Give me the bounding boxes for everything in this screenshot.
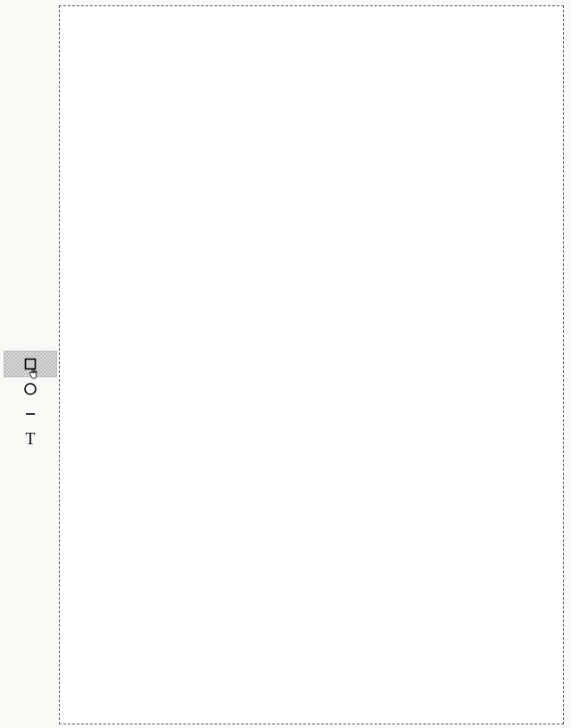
rectangle-icon — [24, 358, 37, 370]
rectangle-tool[interactable] — [4, 352, 56, 376]
circle-icon — [23, 382, 37, 396]
svg-point-1 — [25, 384, 36, 394]
circle-tool[interactable] — [4, 376, 56, 401]
svg-rect-0 — [26, 360, 36, 369]
text-icon: T — [26, 431, 36, 447]
text-tool[interactable]: T — [4, 426, 56, 451]
drawing-canvas[interactable] — [59, 5, 564, 724]
line-tool[interactable] — [4, 401, 56, 426]
toolbox: T — [4, 352, 56, 451]
line-icon — [24, 408, 37, 420]
app-root: T — [0, 0, 571, 728]
